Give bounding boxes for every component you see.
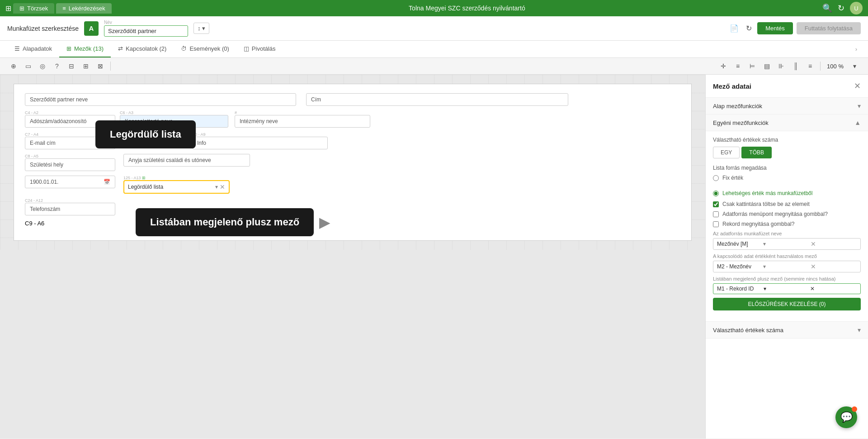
legordulo-clear-icon[interactable]: ✕ bbox=[220, 183, 225, 191]
save-button[interactable]: Mentés bbox=[757, 22, 793, 34]
tool-row[interactable]: ║ bbox=[789, 60, 802, 72]
run-button[interactable]: Futtatás folytatása bbox=[797, 22, 861, 34]
tool-align-right[interactable]: ▤ bbox=[760, 60, 773, 72]
field-telefon: C24 - A12 Telefonszám bbox=[25, 198, 115, 215]
avatar[interactable]: U bbox=[850, 2, 863, 14]
pivotalas-icon: ◫ bbox=[244, 45, 249, 52]
intezmeny-box[interactable]: Intézmény neve bbox=[235, 115, 370, 128]
plus-field-value: M1 - Rekord ID bbox=[717, 286, 764, 292]
radio-lehetseges-input[interactable] bbox=[713, 191, 719, 196]
refresh-icon[interactable]: ↻ bbox=[838, 3, 844, 13]
field-cim-box[interactable]: Cím bbox=[306, 93, 568, 106]
szuldatum-box[interactable]: 1900.01.01. 📅 bbox=[25, 176, 115, 188]
tab-esemenyek[interactable]: ⏱ Események (0) bbox=[174, 41, 236, 57]
radio-item-fix: Fix érték bbox=[713, 175, 861, 181]
tab-torzsek[interactable]: ⊞ Törzsek bbox=[13, 3, 54, 14]
linked-label: A kapcsolódó adat értékként használatos … bbox=[713, 253, 861, 259]
info-box[interactable]: Info bbox=[192, 137, 328, 149]
tab-pivotalas[interactable]: ◫ Pivotálás bbox=[236, 41, 283, 57]
radio-lehetseges: Lehetséges érték más munkafüzetből bbox=[713, 190, 861, 196]
tool-grid[interactable]: ⊞ bbox=[80, 60, 92, 72]
zoom-toggle[interactable]: ▾ bbox=[848, 60, 861, 72]
tab-kapcsolatok[interactable]: ⇄ Kapcsolatok (2) bbox=[111, 41, 174, 57]
radio-lehetseges-label: Lehetséges érték más munkafüzetből bbox=[722, 190, 812, 196]
section-egyeni-toggle: ▲ bbox=[854, 119, 861, 126]
manage-button[interactable]: ELŐSZŰRÉSEK KEZELÉSE (0) bbox=[713, 298, 861, 310]
checkbox-kattintasra-label: Csak kattintásra töltse be az elemeit bbox=[722, 201, 810, 207]
field-type-btn[interactable]: ↕ ▾ bbox=[193, 23, 210, 34]
checkbox-rekord-input[interactable] bbox=[713, 221, 719, 227]
section-alap-header[interactable]: Alap mezőfunkciók ▾ bbox=[706, 98, 868, 115]
legordulo-dropdown-icon[interactable]: ▾ bbox=[215, 184, 218, 190]
chat-bubble[interactable]: 💬 bbox=[835, 406, 857, 428]
top-bar-left: ⊞ ⊞ Törzsek ≡ Lekérdezések bbox=[5, 3, 112, 14]
tab-mezok[interactable]: ⊞ Mezők (13) bbox=[59, 41, 111, 57]
section-egyeni-body: Választható értékek száma EGY TÖBB Lista… bbox=[706, 131, 868, 322]
section-bottom-header[interactable]: Választható értékek száma ▾ bbox=[706, 322, 868, 339]
linked-clear[interactable]: ✕ bbox=[811, 263, 857, 270]
radio-fix: Fix érték bbox=[713, 175, 861, 181]
tab-more[interactable]: › bbox=[852, 42, 861, 56]
toggle-egy[interactable]: EGY bbox=[713, 147, 740, 158]
calendar-icon: 📅 bbox=[104, 179, 110, 185]
workbook-title: Munkafüzet szerkesztése bbox=[7, 25, 79, 32]
tool-align-left[interactable]: ≡ bbox=[731, 60, 744, 72]
linked-arrow: ▾ bbox=[763, 263, 809, 270]
field-name-input[interactable] bbox=[104, 25, 188, 37]
datasource-clear[interactable]: ✕ bbox=[811, 240, 857, 248]
toggle-tobb[interactable]: TÖBB bbox=[741, 147, 772, 158]
telefon-id: C24 - A12 bbox=[25, 198, 115, 203]
field-row-1: Szerződött partner neve Cím bbox=[25, 93, 680, 106]
szulhely-box[interactable]: Születési hely bbox=[25, 158, 115, 171]
chat-notification bbox=[852, 406, 857, 412]
tab-alapadatok[interactable]: ☰ Alapadatok bbox=[7, 41, 59, 57]
section-egyeni-header[interactable]: Egyéni mezőfunkciók ▲ bbox=[706, 115, 868, 131]
intezmeny-id: # bbox=[235, 110, 370, 115]
anyja-box[interactable]: Anyja születési családi és utóneve bbox=[123, 154, 250, 167]
esemenyek-icon: ⏱ bbox=[181, 45, 187, 52]
radio-fix-input[interactable] bbox=[713, 175, 719, 181]
plus-field-select[interactable]: M1 - Rekord ID ▾ ✕ bbox=[713, 283, 861, 294]
checkbox-kattintasra: Csak kattintásra töltse be az elemeit bbox=[713, 201, 861, 207]
plus-field-clear[interactable]: ✕ bbox=[810, 286, 857, 292]
tool-image[interactable]: ⊠ bbox=[94, 60, 107, 72]
refresh-icon-btn[interactable]: ↻ bbox=[744, 22, 754, 34]
tool-move[interactable]: ✛ bbox=[717, 60, 730, 72]
tool-circle[interactable]: ◎ bbox=[36, 60, 49, 72]
section-egyeni-title: Egyéni mezőfunkciók bbox=[713, 119, 769, 126]
tab-lekerdezesek[interactable]: ≡ Lekérdezések bbox=[56, 3, 112, 14]
tool-col[interactable]: ⊪ bbox=[775, 60, 788, 72]
spacer-1 bbox=[713, 186, 861, 190]
canvas-card: Szerződött partner neve Cím C4 - A2 Adós… bbox=[14, 84, 692, 241]
doc-icon-btn[interactable]: 📄 bbox=[728, 22, 741, 34]
tool-align-center[interactable]: ⊨ bbox=[746, 60, 759, 72]
tool-table[interactable]: ⊟ bbox=[65, 60, 78, 72]
toolbar-separator-2 bbox=[820, 62, 821, 71]
section-bottom-toggle: ▾ bbox=[858, 326, 861, 334]
tool-help[interactable]: ? bbox=[51, 60, 63, 72]
checkbox-kattintasra-input[interactable] bbox=[713, 201, 719, 207]
lekerdezesek-label: Lekérdezések bbox=[69, 5, 105, 12]
szulhely-id: C8 - A5 bbox=[25, 154, 115, 158]
search-icon[interactable]: 🔍 bbox=[822, 3, 832, 13]
checkbox-adatforras-input[interactable] bbox=[713, 211, 719, 217]
telefon-box[interactable]: Telefonszám bbox=[25, 203, 115, 215]
mezok-icon: ⊞ bbox=[66, 45, 71, 52]
right-panel-close[interactable]: ✕ bbox=[854, 81, 861, 91]
datasource-select[interactable]: Mezőnév [M] ▾ ✕ bbox=[713, 238, 861, 250]
source-label: Lista forrás megadása bbox=[713, 165, 861, 171]
checkbox-rekord-label: Rekord megnyitása gombbal? bbox=[722, 221, 794, 227]
legordulo-input[interactable] bbox=[128, 184, 213, 190]
torzsek-icon: ⊞ bbox=[19, 5, 24, 12]
app-title: Tolna Megyei SZC szerződés nyilvántartó bbox=[115, 5, 819, 12]
toolbar-right-tools: ✛ ≡ ⊨ ▤ ⊪ ║ ≡ 100 % ▾ bbox=[717, 60, 861, 72]
checkbox-adatforras: Adatforrás menüpont megnyitása gombbal? bbox=[713, 211, 861, 217]
tool-rect[interactable]: ▭ bbox=[22, 60, 34, 72]
linked-select[interactable]: M2 - Mezőnév ▾ ✕ bbox=[713, 261, 861, 272]
datasource-label: Az adatforrás munkafüzet neve bbox=[713, 231, 861, 236]
editor-toolbar: ⊕ ▭ ◎ ? ⊟ ⊞ ⊠ ✛ ≡ ⊨ ▤ ⊪ ║ ≡ 100 % ▾ bbox=[0, 58, 868, 75]
field-szerzodott-neve-box[interactable]: Szerződött partner neve bbox=[25, 93, 296, 106]
tool-add[interactable]: ⊕ bbox=[7, 60, 20, 72]
tool-justify[interactable]: ≡ bbox=[804, 60, 816, 72]
section-alap-toggle: ▾ bbox=[858, 102, 861, 110]
